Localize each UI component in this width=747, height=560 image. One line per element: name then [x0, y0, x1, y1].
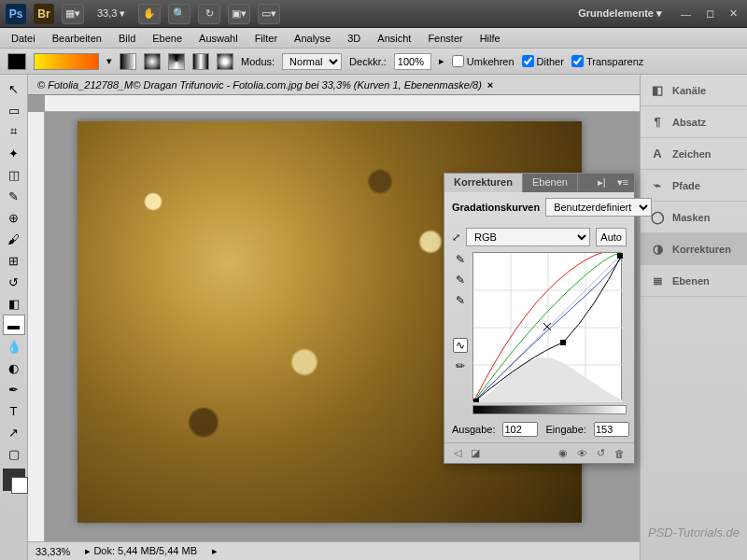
- pen-tool-icon[interactable]: ✒: [3, 379, 25, 399]
- zoom-level[interactable]: 33,3 ▾: [92, 7, 131, 20]
- menu-hilfe[interactable]: Hilfe: [472, 30, 508, 47]
- move-tool-icon[interactable]: ↖: [3, 78, 25, 99]
- dodge-tool-icon[interactable]: ◐: [3, 357, 25, 378]
- eyedropper-black-icon[interactable]: ✎: [453, 252, 468, 267]
- transparency-checkbox[interactable]: Transparenz: [571, 55, 643, 67]
- zoom-icon[interactable]: 🔍: [168, 4, 190, 24]
- panel-expand-icon[interactable]: ▸|: [592, 174, 612, 192]
- wand-tool-icon[interactable]: ✦: [3, 143, 25, 163]
- screenmode-icon[interactable]: ▭▾: [258, 4, 280, 24]
- svg-rect-8: [560, 340, 566, 345]
- back-icon[interactable]: ◁: [454, 447, 461, 459]
- document-tab[interactable]: © Fotolia_212788_M© Dragan Trifunovic - …: [28, 75, 640, 95]
- dither-checkbox[interactable]: Dither: [522, 55, 564, 67]
- gradient-radial-icon[interactable]: [144, 53, 161, 70]
- maximize-icon[interactable]: ◻: [702, 7, 718, 20]
- clip-icon[interactable]: ◉: [558, 447, 568, 459]
- minimize-icon[interactable]: —: [677, 8, 695, 20]
- chevron-down-icon[interactable]: ▾: [106, 55, 112, 67]
- menu-datei[interactable]: Datei: [4, 30, 43, 47]
- eyedropper-tool-icon[interactable]: ✎: [3, 186, 25, 206]
- menu-auswahl[interactable]: Auswahl: [191, 30, 246, 47]
- crop-tool-icon[interactable]: ◫: [3, 164, 25, 185]
- menu-fenster[interactable]: Fenster: [420, 30, 470, 47]
- tab-ebenen[interactable]: Ebenen: [523, 174, 578, 192]
- path-tool-icon[interactable]: ↗: [3, 422, 25, 442]
- panel-pfade[interactable]: ⌁Pfade: [641, 170, 747, 202]
- lasso-tool-icon[interactable]: ⌗: [3, 121, 25, 142]
- history-brush-icon[interactable]: ↺: [3, 272, 25, 292]
- mode-select[interactable]: Normal: [282, 53, 342, 70]
- launch-menu-icon[interactable]: ▦▾: [62, 4, 84, 24]
- gradient-diamond-icon[interactable]: [217, 53, 233, 70]
- marquee-tool-icon[interactable]: ▭: [3, 100, 25, 120]
- rotate-icon[interactable]: ↻: [198, 4, 220, 24]
- hand-icon[interactable]: ✋: [138, 4, 161, 24]
- stamp-tool-icon[interactable]: ⊞: [3, 250, 25, 271]
- eraser-tool-icon[interactable]: ◧: [3, 293, 25, 314]
- tab-close-icon[interactable]: ×: [487, 79, 493, 91]
- panel-menu-icon[interactable]: ▾≡: [612, 174, 634, 192]
- chevron-down-icon[interactable]: ▸: [439, 55, 444, 67]
- document-title: © Fotolia_212788_M© Dragan Trifunovic - …: [37, 79, 482, 91]
- curves-preset-select[interactable]: Benutzerdefiniert: [545, 198, 652, 217]
- type-tool-icon[interactable]: T: [3, 400, 25, 421]
- ruler-horizontal[interactable]: [45, 95, 640, 112]
- expand-icon[interactable]: ◪: [471, 447, 480, 459]
- menu-bild[interactable]: Bild: [111, 30, 143, 47]
- blur-tool-icon[interactable]: 💧: [3, 336, 25, 357]
- panel-ebenen[interactable]: ≣Ebenen: [641, 265, 747, 297]
- workspace-switcher[interactable]: Grundelemente ▾: [571, 7, 669, 20]
- auto-button[interactable]: Auto: [596, 228, 627, 246]
- eyedropper-white-icon[interactable]: ✎: [453, 293, 468, 308]
- trash-icon[interactable]: 🗑: [614, 448, 625, 459]
- curves-channel-select[interactable]: RGB: [466, 228, 590, 246]
- arrange-icon[interactable]: ▣▾: [228, 4, 250, 24]
- curve-point-tool-icon[interactable]: ∿: [453, 338, 468, 353]
- output-input[interactable]: [502, 422, 538, 437]
- tab-korrekturen[interactable]: Korrekturen: [444, 174, 523, 192]
- fg-bg-colors[interactable]: [3, 469, 25, 491]
- ruler-vertical[interactable]: [28, 112, 45, 541]
- curves-finger-icon[interactable]: ⤢: [452, 231, 460, 244]
- input-input[interactable]: [594, 422, 629, 437]
- gradient-angle-icon[interactable]: [168, 53, 185, 70]
- menu-ansicht[interactable]: Ansicht: [370, 30, 418, 47]
- curves-tabs: Korrekturen Ebenen ▸| ▾≡: [444, 174, 634, 192]
- heal-tool-icon[interactable]: ⊕: [3, 207, 25, 228]
- menu-ebene[interactable]: Ebene: [145, 30, 190, 47]
- status-zoom[interactable]: 33,33%: [35, 546, 70, 557]
- reverse-checkbox[interactable]: Umkehren: [452, 55, 514, 67]
- eyedropper-gray-icon[interactable]: ✎: [453, 273, 468, 287]
- adjustments-icon: ◑: [650, 242, 665, 257]
- curves-sampler-tools: ✎ ✎ ✎ ∿ ✏: [452, 252, 469, 401]
- tool-preset-icon[interactable]: [7, 53, 26, 70]
- brush-tool-icon[interactable]: 🖌: [3, 229, 25, 249]
- opacity-input[interactable]: [394, 53, 431, 70]
- panel-masken[interactable]: ◯Masken: [641, 202, 747, 233]
- panel-kanaele[interactable]: ◧Kanäle: [641, 75, 747, 106]
- status-doc[interactable]: ▸ Dok: 5,44 MB/5,44 MB: [85, 545, 197, 557]
- reset-icon[interactable]: ↺: [597, 447, 605, 459]
- panel-korrekturen[interactable]: ◑Korrekturen: [641, 233, 747, 265]
- masks-icon: ◯: [650, 210, 665, 225]
- gradient-preview[interactable]: [34, 53, 99, 70]
- panel-absatz[interactable]: ¶Absatz: [641, 106, 747, 138]
- menu-filter[interactable]: Filter: [247, 30, 285, 47]
- menu-3d[interactable]: 3D: [340, 30, 368, 47]
- status-arrow-icon[interactable]: ▸: [212, 545, 218, 557]
- menu-analyse[interactable]: Analyse: [287, 30, 338, 47]
- panel-zeichen[interactable]: AZeichen: [641, 138, 747, 170]
- gradient-tool-icon[interactable]: ▬: [3, 315, 25, 335]
- curves-graph[interactable]: [472, 252, 622, 401]
- curve-pencil-tool-icon[interactable]: ✏: [453, 358, 468, 373]
- gradient-linear-icon[interactable]: [120, 53, 136, 70]
- shape-tool-icon[interactable]: ▢: [3, 443, 25, 464]
- close-icon[interactable]: ✕: [726, 7, 741, 20]
- menu-bearbeiten[interactable]: Bearbeiten: [45, 30, 109, 47]
- bridge-icon[interactable]: Br: [34, 4, 54, 24]
- curves-panel[interactable]: Korrekturen Ebenen ▸| ▾≡ Gradationskurve…: [444, 173, 635, 464]
- visibility-icon[interactable]: 👁: [577, 448, 587, 459]
- gradient-reflected-icon[interactable]: [192, 53, 209, 70]
- photoshop-icon[interactable]: Ps: [6, 4, 26, 24]
